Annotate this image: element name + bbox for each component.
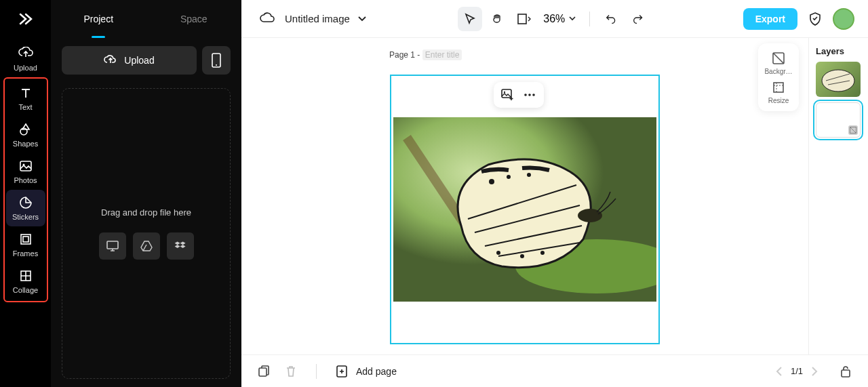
avatar[interactable] (833, 8, 854, 30)
undo-button[interactable] (599, 7, 624, 31)
add-page-label: Add page (356, 366, 397, 377)
svg-rect-26 (774, 83, 783, 92)
svg-point-14 (528, 94, 531, 96)
frames-icon (18, 232, 33, 247)
shield-icon[interactable] (803, 7, 827, 31)
prev-page-button[interactable] (776, 367, 783, 376)
svg-point-13 (524, 94, 527, 96)
add-image-icon[interactable] (500, 87, 515, 102)
shapes-icon (18, 122, 33, 137)
add-page-icon (333, 363, 351, 380)
page-title-input[interactable]: Enter title (422, 49, 462, 60)
frame-tool[interactable] (512, 7, 536, 31)
tools-highlighted-group: Text Shapes Photos Stickers Frames Colla… (3, 77, 48, 302)
background-action[interactable]: Backgr… (764, 50, 793, 75)
canvas-page[interactable] (390, 75, 660, 344)
hand-tool[interactable] (485, 7, 509, 31)
svg-rect-4 (21, 235, 31, 244)
source-drive[interactable] (133, 232, 160, 260)
svg-point-15 (532, 94, 535, 96)
svg-point-12 (504, 91, 505, 93)
delete-page-icon[interactable] (282, 363, 300, 380)
layer-thumb-blank[interactable] (816, 102, 861, 138)
cloud-upload-icon (18, 46, 33, 61)
document-title-text: Untitled image (285, 13, 350, 24)
svg-point-20 (527, 173, 531, 177)
zoom-value: 36% (543, 13, 565, 25)
source-dropbox[interactable] (167, 232, 194, 260)
rail-item-frames[interactable]: Frames (6, 226, 45, 263)
resize-icon (770, 79, 787, 96)
tab-space[interactable]: Space (146, 0, 242, 38)
butterfly-image-content (393, 117, 656, 302)
next-page-button[interactable] (811, 367, 818, 376)
export-button[interactable]: Export (743, 8, 797, 30)
drop-zone[interactable]: Drag and drop file here (62, 88, 231, 379)
main-area: Untitled image 36% Export Page 1 - Enter… (241, 0, 868, 387)
app-logo[interactable] (15, 8, 37, 30)
rail-label: Photos (14, 176, 37, 184)
monitor-icon (106, 240, 119, 252)
svg-rect-2 (20, 161, 31, 171)
dropbox-icon (174, 240, 187, 252)
page-floating-tools (494, 82, 544, 108)
tab-project[interactable]: Project (51, 0, 146, 38)
add-page-button[interactable]: Add page (333, 363, 397, 380)
svg-rect-10 (518, 14, 526, 24)
resize-action[interactable]: Resize (764, 79, 793, 104)
photos-icon (18, 159, 33, 174)
svg-point-22 (520, 254, 524, 258)
topbar: Untitled image 36% Export (241, 0, 868, 38)
duplicate-page-icon[interactable] (255, 363, 273, 380)
rail-label: Collage (13, 286, 38, 294)
svg-point-21 (496, 251, 500, 255)
redo-button[interactable] (627, 7, 651, 31)
rail-item-stickers[interactable]: Stickers (6, 190, 45, 226)
canvas-area: Page 1 - Enter title (241, 38, 808, 354)
rail-item-text[interactable]: Text (6, 80, 45, 117)
rail-label: Text (18, 103, 32, 111)
layers-title: Layers (816, 46, 861, 56)
zoom-control[interactable]: 36% (539, 13, 580, 25)
svg-rect-9 (107, 241, 118, 249)
chevron-down-icon (358, 16, 366, 22)
cursor-tool[interactable] (458, 7, 482, 31)
mobile-upload-button[interactable] (202, 46, 231, 75)
rail-item-upload[interactable]: Upload (6, 41, 45, 77)
no-background-icon (848, 125, 858, 135)
source-computer[interactable] (99, 232, 126, 260)
lock-icon[interactable] (837, 363, 854, 380)
rail-item-photos[interactable]: Photos (6, 153, 45, 190)
page-label: Page 1 - Enter title (389, 50, 462, 60)
background-icon (770, 50, 787, 66)
svg-point-19 (507, 175, 511, 179)
svg-rect-31 (842, 370, 850, 377)
view-tools: 36% (458, 7, 651, 31)
svg-rect-29 (259, 368, 267, 376)
page-counter: 1/1 (791, 366, 803, 376)
rail-label: Upload (14, 64, 37, 72)
divider (589, 12, 590, 26)
canvas-image[interactable] (393, 117, 656, 302)
stickers-icon (18, 195, 33, 210)
more-icon[interactable] (522, 87, 537, 102)
page-side-actions: Backgr… Resize (758, 43, 799, 111)
bottombar: Add page 1/1 (241, 354, 868, 387)
page-navigation: 1/1 (776, 366, 818, 376)
upload-label: Upload (124, 55, 154, 66)
cloud-status-icon[interactable] (255, 7, 279, 31)
rail-item-shapes[interactable]: Shapes (6, 117, 45, 153)
rail-label: Frames (13, 249, 38, 258)
chevron-down-icon (569, 16, 576, 21)
left-rail: Upload Text Shapes Photos Stickers Frame… (0, 0, 51, 387)
upload-button[interactable]: Upload (62, 46, 197, 75)
side-panel: Project Space Upload Drag and drop file … (51, 0, 241, 387)
cloud-upload-icon (104, 54, 117, 66)
rail-item-collage[interactable]: Collage (6, 263, 45, 300)
side-tabs: Project Space (51, 0, 241, 38)
google-drive-icon (140, 240, 153, 252)
layer-thumb-image[interactable] (816, 62, 861, 97)
document-title[interactable]: Untitled image (285, 13, 366, 24)
rail-label: Stickers (12, 213, 39, 221)
svg-point-23 (540, 251, 545, 255)
